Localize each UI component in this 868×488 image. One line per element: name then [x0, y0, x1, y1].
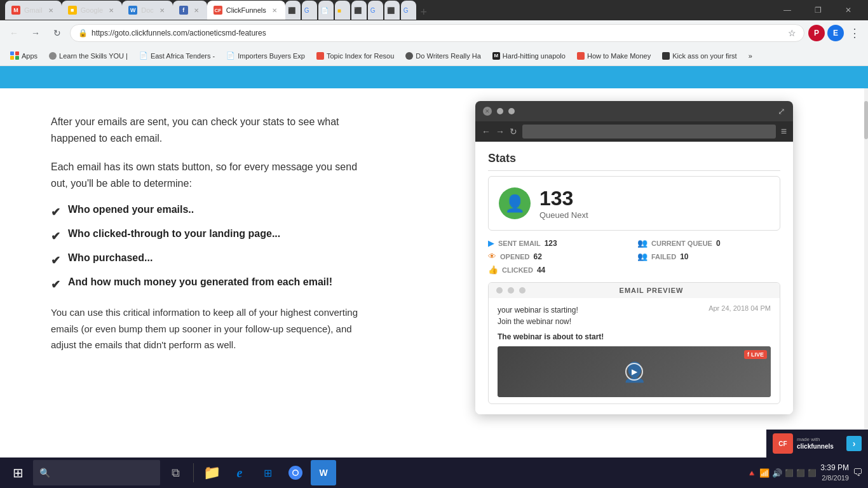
sent-value: 123 [545, 239, 557, 248]
bookmark-hard-hitting[interactable]: M Hard-hitting unapolo [487, 50, 571, 62]
close-button[interactable]: ✕ [834, 0, 863, 20]
notification-button[interactable]: 🗨 [853, 467, 863, 478]
failed-icon: 👥 [637, 252, 648, 261]
opened-label: OPENED [500, 253, 529, 261]
forward-button[interactable]: → [27, 24, 44, 42]
email-preview-heading: The webinar is about to start! [498, 332, 771, 341]
tab-close-cf[interactable]: ✕ [270, 6, 279, 15]
bookmark-how-to-make[interactable]: How to Make Money [572, 50, 656, 62]
email-date: Apr 24, 2018 04 PM [709, 304, 771, 327]
preview-dot-1 [496, 287, 503, 294]
tab-extra-8[interactable]: G [401, 1, 416, 20]
tray-icon-1: 🔺 [747, 468, 757, 478]
bookmark-learn[interactable]: Learn the Skills YOU | [44, 50, 133, 62]
bookmark-east-africa[interactable]: 📄 East Africa Tenders - [134, 50, 220, 62]
email-line-2: Join the webinar now! [498, 316, 578, 327]
tab-fb[interactable]: f ✕ [173, 1, 207, 20]
page-content: After your emails are sent, you can chec… [0, 88, 868, 457]
cf-badge-arrow[interactable]: › [846, 436, 862, 451]
minimize-button[interactable]: — [773, 0, 802, 20]
mockup-titlebar: ✕ ⤢ [475, 101, 793, 121]
tab-extra-6[interactable]: G [368, 1, 383, 20]
taskbar-chrome[interactable] [283, 460, 308, 485]
tab-extra-2[interactable]: G [302, 1, 317, 20]
mockup-menu-icon: ≡ [781, 126, 787, 137]
bookmark-kick-ass-label: Kick ass on your first [672, 52, 736, 60]
bookmark-more[interactable]: » [743, 50, 757, 62]
taskbar-file-explorer[interactable]: 📁 [199, 460, 224, 485]
bookmark-importers[interactable]: 📄 Importers Buyers Exp [221, 50, 310, 62]
start-button[interactable]: ⊞ [5, 460, 31, 485]
tab-label-gmail: Gmail [24, 6, 43, 14]
checklist-item-2-text: Who clicked-through to your landing page… [68, 228, 280, 240]
tab-close-fb[interactable]: ✕ [192, 6, 201, 15]
pinterest-icon[interactable]: P [808, 25, 825, 41]
tab-close-gmail[interactable]: ✕ [46, 6, 55, 15]
tab-extra-1[interactable]: ⬛ [285, 1, 301, 20]
bookmark-more-label: » [749, 52, 752, 60]
tab-word[interactable]: W Doc ✕ [122, 1, 173, 20]
tab-strip: M Gmail ✕ ■ Google ✕ W Doc ✕ f ✕ CF Clic… [5, 1, 770, 20]
mockup-forward-icon: → [496, 126, 505, 137]
stats-card: 👤 133 Queued Next [488, 176, 780, 231]
apps-grid-icon [10, 51, 19, 60]
bookmark-star-icon[interactable]: ☆ [788, 28, 796, 38]
taskbar-divider-1 [193, 463, 194, 482]
bookmark-apps[interactable]: Apps [5, 50, 43, 62]
queue-icon: 👥 [637, 238, 648, 248]
mockup-body: Stats 👤 133 Queued Next [475, 142, 793, 414]
tab-close-keep[interactable]: ✕ [107, 6, 116, 15]
mockup-expand-icon: ⤢ [778, 106, 785, 116]
taskbar-task-view[interactable]: ⧉ [163, 460, 188, 485]
outro-paragraph: You can use this critical information to… [51, 304, 369, 353]
tab-extra-5[interactable]: ⬛ [351, 1, 367, 20]
play-button-circle: ▶ [625, 363, 643, 381]
new-tab-button[interactable]: + [416, 4, 431, 20]
maximize-button[interactable]: ❐ [803, 0, 832, 20]
taskbar-edge[interactable]: e [227, 460, 252, 485]
tab-extra-3[interactable]: 📄 [318, 1, 334, 20]
bookmark-learn-icon [49, 52, 57, 60]
tab-close-word[interactable]: ✕ [158, 6, 166, 15]
system-tray-icons: 🔺 📶 🔊 ⬛ ⬛ ⬛ [747, 468, 817, 478]
tab-gmail[interactable]: M Gmail ✕ [5, 1, 62, 20]
chrome-menu-button[interactable]: ⋮ [846, 25, 863, 41]
bookmark-learn-label: Learn the Skills YOU | [59, 52, 128, 60]
title-bar: M Gmail ✕ ■ Google ✕ W Doc ✕ f ✕ CF Clic… [0, 0, 868, 20]
tab-extra-7[interactable]: ⬛ [384, 1, 400, 20]
address-bar[interactable]: 🔒 https://goto.clickfunnels.com/actionet… [70, 24, 804, 42]
bookmark-apps-label: Apps [22, 52, 37, 60]
checklist-item-3: ✔ Who purchased... [51, 252, 369, 268]
back-button[interactable]: ← [5, 24, 23, 42]
tab-favicon-cf: CF [214, 6, 222, 15]
checklist: ✔ Who opened your emails.. ✔ Who clicked… [51, 204, 369, 292]
taskbar-winstore[interactable]: ⊞ [255, 460, 280, 485]
email-video-bg: 👤 f LIVE ▶ [498, 346, 771, 397]
tab-keep[interactable]: ■ Google ✕ [62, 1, 122, 20]
volume-icon: 🔊 [772, 468, 782, 478]
system-clock[interactable]: 3:39 PM 2/8/2019 [820, 463, 849, 483]
checklist-item-4-text: And how much money you generated from ea… [68, 276, 332, 288]
scrollbar-thumb[interactable] [864, 101, 868, 139]
page-scrollbar[interactable] [864, 88, 868, 457]
tab-favicon-gmail: M [11, 6, 20, 15]
bookmark-topic[interactable]: Topic Index for Resou [311, 50, 399, 62]
tab-favicon-word: W [128, 6, 137, 15]
mockup-refresh-icon: ↻ [510, 126, 517, 137]
bookmark-kick-ass[interactable]: Kick ass on your first [657, 50, 742, 62]
bookmark-topic-icon [316, 52, 324, 60]
tab-cf[interactable]: CF ClickFunnels ✕ [207, 1, 285, 20]
omnibar-row: ← → ↻ 🔒 https://goto.clickfunnels.com/ac… [0, 20, 868, 46]
tab-extra-4[interactable]: ■ [335, 1, 350, 20]
clicked-label: CLICKED [502, 266, 533, 274]
clock-time: 3:39 PM [820, 463, 849, 473]
taskbar-word[interactable]: W [311, 460, 336, 485]
bookmark-do-writers[interactable]: Do Writers Really Ha [400, 50, 486, 62]
taskbar-search[interactable]: 🔍 [33, 460, 160, 485]
profile-button[interactable]: E [827, 25, 844, 41]
email-preview-body: your webinar is starting! Join the webin… [489, 298, 780, 403]
refresh-button[interactable]: ↻ [48, 24, 66, 42]
bookmarks-bar: Apps Learn the Skills YOU | 📄 East Afric… [0, 46, 868, 66]
right-mockup-area: ✕ ⤢ ← → ↻ ≡ Stats [407, 88, 868, 457]
queued-count: 133 [539, 187, 588, 210]
